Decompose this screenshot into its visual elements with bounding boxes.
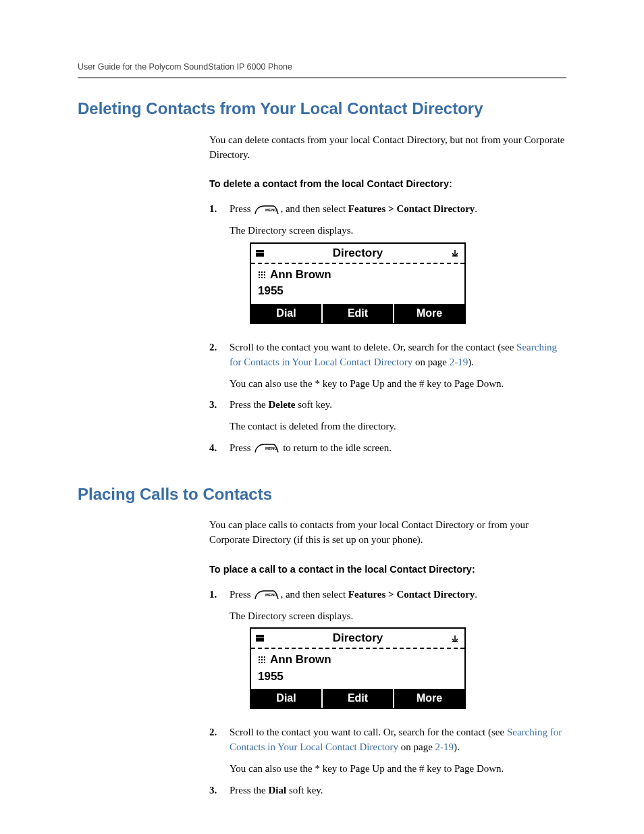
softkey-edit[interactable]: Edit xyxy=(323,304,394,323)
step-text: Press the xyxy=(230,399,269,410)
step-number: 1. xyxy=(209,588,230,719)
step-text: , and then select xyxy=(280,203,348,214)
step-sub: You can also use the * key to Page Up an… xyxy=(230,377,566,392)
intro-para: You can delete contacts from your local … xyxy=(209,133,566,163)
step-text: ). xyxy=(468,357,474,367)
step-number: 3. xyxy=(209,398,230,434)
step-text: to return to the idle screen. xyxy=(280,442,392,453)
step-text: ). xyxy=(454,741,460,752)
gt-sep: > xyxy=(385,203,396,214)
keypad-icon xyxy=(258,271,266,279)
keypad-icon xyxy=(258,656,266,664)
page-ref-link[interactable]: 2-19 xyxy=(450,357,468,367)
step-text: on page xyxy=(412,357,450,367)
step-text: Press xyxy=(230,442,253,453)
home-icon xyxy=(255,633,265,644)
svg-rect-1 xyxy=(256,250,264,252)
step-text: Press xyxy=(230,589,253,600)
softkey-dial[interactable]: Dial xyxy=(251,304,323,323)
svg-text:MENU: MENU xyxy=(265,446,277,450)
step-text: on page xyxy=(398,741,435,752)
step-text: Scroll to the contact you want to delete… xyxy=(230,342,516,353)
step-text: , and then select xyxy=(280,589,348,600)
softkey-dial[interactable]: Dial xyxy=(251,689,323,708)
step-text: Press xyxy=(230,203,253,214)
svg-text:MENU: MENU xyxy=(265,593,277,597)
lcd-title: Directory xyxy=(265,630,451,647)
section-title-placing: Placing Calls to Contacts xyxy=(78,483,566,506)
dial-key-label: Dial xyxy=(269,785,287,796)
lcd-title: Directory xyxy=(265,245,451,262)
contact-directory-label: Contact Directory xyxy=(396,589,475,600)
lcd-contact-number: 1955 xyxy=(258,283,458,300)
svg-text:MENU: MENU xyxy=(265,208,277,212)
svg-rect-2 xyxy=(256,253,264,257)
home-icon xyxy=(255,249,265,259)
softkey-more[interactable]: More xyxy=(394,304,464,323)
period: . xyxy=(475,589,477,600)
lcd-contact-name: Ann Brown xyxy=(270,267,331,284)
lcd-contact-number: 1955 xyxy=(258,669,458,685)
lcd-screenshot: Directory Ann Brown 1955 Dial Edit More xyxy=(250,627,466,709)
menu-key-icon: MENU xyxy=(254,205,279,215)
step-text: soft key. xyxy=(295,399,331,410)
header-rule xyxy=(78,77,566,78)
lcd-screenshot: Directory Ann Brown 1955 Dial Edit More xyxy=(250,242,466,324)
delete-key-label: Delete xyxy=(269,399,296,410)
period: . xyxy=(475,203,477,214)
step-number: 2. xyxy=(209,725,230,776)
svg-rect-5 xyxy=(256,635,264,637)
features-label: Features xyxy=(348,589,386,600)
step-sub: The contact is deleted from the director… xyxy=(230,419,566,434)
step-number: 1. xyxy=(209,202,230,334)
lcd-contact-name: Ann Brown xyxy=(270,652,331,669)
down-arrow-icon xyxy=(451,635,459,643)
step-text: Scroll to the contact you want to call. … xyxy=(230,727,507,737)
softkey-edit[interactable]: Edit xyxy=(323,689,394,708)
page-ref-link[interactable]: 2-19 xyxy=(435,741,454,752)
contact-directory-label: Contact Directory xyxy=(396,203,475,214)
step-number: 2. xyxy=(209,340,230,391)
menu-key-icon: MENU xyxy=(254,443,279,454)
step-sub: You can also use the * key to Page Up an… xyxy=(230,762,566,777)
step-text: soft key. xyxy=(286,785,323,796)
svg-rect-6 xyxy=(256,637,264,642)
page-header: User Guide for the Polycom SoundStation … xyxy=(78,61,566,73)
gt-sep: > xyxy=(385,589,396,600)
features-label: Features xyxy=(348,203,386,214)
intro-para: You can place calls to contacts from you… xyxy=(209,518,566,548)
step-number: 4. xyxy=(209,441,230,456)
subhead-delete: To delete a contact from the local Conta… xyxy=(209,177,566,191)
softkey-more[interactable]: More xyxy=(394,689,464,708)
step-sub: The Directory screen displays. xyxy=(230,609,566,624)
step-text: Press the xyxy=(230,785,269,796)
subhead-place: To place a call to a contact in the loca… xyxy=(209,563,566,577)
section-title-deleting: Deleting Contacts from Your Local Contac… xyxy=(78,97,566,121)
down-arrow-icon xyxy=(451,249,459,257)
step-number: 3. xyxy=(209,783,230,798)
menu-key-icon: MENU xyxy=(254,590,279,600)
step-sub: The Directory screen displays. xyxy=(230,224,566,238)
